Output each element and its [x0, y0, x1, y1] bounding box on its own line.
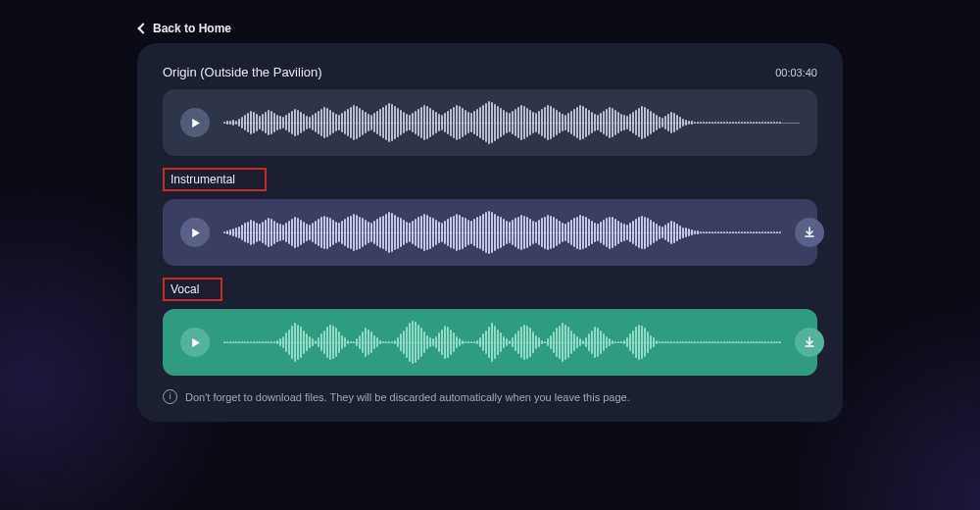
info-icon: i [163, 389, 177, 404]
download-icon [803, 226, 816, 239]
instrumental-download-button[interactable] [795, 218, 824, 247]
instrumental-waveform[interactable] [223, 209, 781, 256]
vocal-play-button[interactable] [180, 328, 210, 357]
origin-play-button[interactable] [180, 108, 210, 137]
chevron-left-icon [137, 23, 148, 33]
origin-track [163, 89, 817, 156]
play-icon [190, 337, 201, 348]
play-icon [190, 118, 201, 128]
instrumental-label: Instrumental [163, 168, 267, 191]
result-panel: Origin (Outside the Pavilion) 00:03:40 I… [137, 43, 843, 422]
footer-note-text: Don't forget to download files. They wil… [185, 391, 630, 403]
back-to-home-link[interactable]: Back to Home [139, 22, 231, 35]
instrumental-play-button[interactable] [180, 218, 210, 247]
download-icon [803, 335, 816, 349]
instrumental-track [163, 199, 817, 266]
page-title: Origin (Outside the Pavilion) [163, 65, 322, 79]
vocal-label: Vocal [163, 278, 222, 301]
play-icon [190, 228, 201, 238]
track-duration: 00:03:40 [775, 67, 817, 78]
vocal-track [163, 309, 817, 376]
back-link-label: Back to Home [153, 22, 231, 35]
origin-waveform[interactable] [223, 99, 800, 146]
footer-note: i Don't forget to download files. They w… [163, 389, 817, 404]
vocal-download-button[interactable] [795, 328, 824, 357]
vocal-waveform[interactable] [223, 319, 781, 366]
